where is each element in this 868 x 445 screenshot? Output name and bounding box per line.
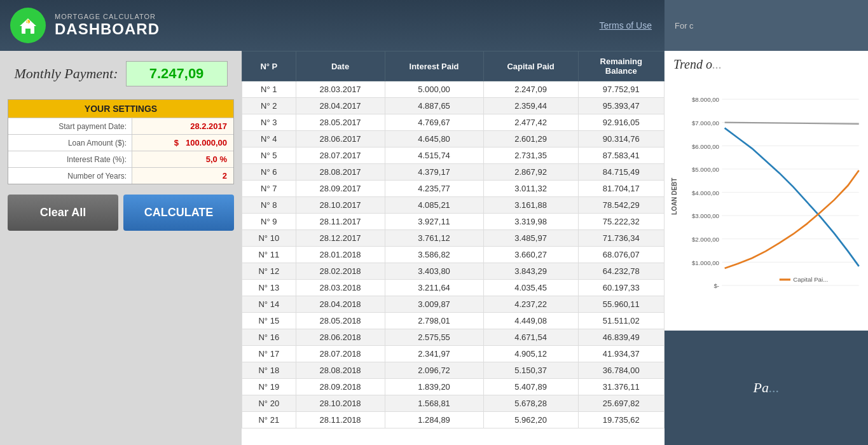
settings-row-2: Interest Rate (%): 5,0 %	[8, 151, 233, 167]
table-cell: 4.035,45	[483, 280, 578, 296]
table-cell: 28.08.2017	[296, 164, 385, 181]
table-cell: 5.150,37	[483, 362, 578, 379]
chart-area: Trend o... LOAN DEBT $8.000,00 $7.000,00…	[665, 51, 868, 445]
button-row: Clear All CALCULATE	[8, 195, 234, 231]
table-row: N° 1828.08.20182.096,725.150,3736.784,00	[242, 362, 665, 379]
table-cell: 28.04.2017	[296, 98, 385, 114]
table-cell: 3.761,12	[385, 230, 483, 247]
table-cell: 25.697,82	[578, 395, 664, 412]
table-cell: 2.477,42	[483, 114, 578, 131]
settings-value-3[interactable]: 2	[132, 168, 233, 184]
calculate-button[interactable]: CALCULATE	[123, 195, 234, 231]
settings-value-2[interactable]: 5,0 %	[132, 151, 233, 167]
table-cell: N° 4	[242, 131, 296, 147]
table-row: N° 828.10.20174.085,213.161,8878.542,29	[242, 197, 665, 214]
table-row: N° 1228.02.20183.403,803.843,2964.232,78	[242, 263, 665, 280]
chart-container: LOAN DEBT $8.000,00 $7.000,00 $6.000,00 …	[665, 74, 868, 322]
clear-all-button[interactable]: Clear All	[8, 195, 118, 231]
table-cell: 4.237,22	[483, 296, 578, 313]
settings-label-0: Start payment Date:	[8, 119, 132, 134]
settings-label-3: Number of Years:	[8, 168, 132, 184]
chart-top: Trend o... LOAN DEBT $8.000,00 $7.000,00…	[665, 51, 868, 331]
settings-row-0: Start payment Date: 28.2.2017	[8, 118, 233, 134]
table-header: N° P Date Interest Paid Capital Paid Rem…	[242, 51, 665, 81]
table-cell: 2.096,72	[385, 362, 483, 379]
table-cell: 3.843,29	[483, 263, 578, 280]
logo: $	[10, 8, 46, 43]
monthly-payment-value: 7.247,09	[126, 61, 228, 86]
table-cell: 81.704,17	[578, 181, 664, 197]
table-cell: 4.449,08	[483, 313, 578, 329]
amortization-table-area: N° P Date Interest Paid Capital Paid Rem…	[242, 51, 665, 445]
table-cell: 3.009,87	[385, 296, 483, 313]
table-cell: 3.660,27	[483, 247, 578, 263]
table-cell: 4.645,80	[385, 131, 483, 147]
table-cell: 28.05.2018	[296, 313, 385, 329]
table-row: N° 2128.11.20181.284,895.962,2019.735,62	[242, 412, 665, 428]
table-cell: N° 12	[242, 263, 296, 280]
table-cell: N° 7	[242, 181, 296, 197]
table-cell: 5.407,89	[483, 379, 578, 395]
chart-svg-area: $8.000,00 $7.000,00 $6.000,00 $5.000,00 …	[684, 77, 862, 316]
table-cell: 87.583,41	[578, 147, 664, 164]
table-cell: 31.376,11	[578, 379, 664, 395]
svg-text:$2.000,00: $2.000,00	[692, 236, 720, 243]
table-row: N° 1328.03.20183.211,644.035,4560.197,33	[242, 280, 665, 296]
table-cell: 64.232,78	[578, 263, 664, 280]
table-row: N° 1728.07.20182.341,974.905,1241.934,37	[242, 346, 665, 362]
chart-y-axis-label: LOAN DEBT	[671, 77, 684, 316]
table-cell: 2.575,55	[385, 329, 483, 346]
settings-value-1[interactable]: $ 100.000,00	[132, 135, 233, 151]
settings-row-1: Loan Amount ($): $ 100.000,00	[8, 134, 233, 151]
svg-text:$-: $-	[713, 282, 719, 289]
table-cell: 1.568,81	[385, 395, 483, 412]
table-cell: 28.04.2018	[296, 296, 385, 313]
table-cell: N° 14	[242, 296, 296, 313]
trend-chart-svg: $8.000,00 $7.000,00 $6.000,00 $5.000,00 …	[684, 77, 862, 316]
table-cell: 1.284,89	[385, 412, 483, 428]
left-panel: Monthly Payment: 7.247,09 YOUR SETTINGS …	[0, 51, 242, 445]
table-row: N° 1428.04.20183.009,874.237,2255.960,11	[242, 296, 665, 313]
table-cell: 28.09.2018	[296, 379, 385, 395]
table-cell: 60.197,33	[578, 280, 664, 296]
table-cell: 28.03.2018	[296, 280, 385, 296]
table-cell: 28.06.2017	[296, 131, 385, 147]
table-cell: 28.09.2017	[296, 181, 385, 197]
table-cell: 2.247,09	[483, 81, 578, 98]
table-cell: 2.359,44	[483, 98, 578, 114]
table-cell: N° 16	[242, 329, 296, 346]
table-cell: 28.10.2017	[296, 197, 385, 214]
table-cell: 55.960,11	[578, 296, 664, 313]
table-cell: 3.011,32	[483, 181, 578, 197]
table-cell: N° 13	[242, 280, 296, 296]
settings-value-0[interactable]: 28.2.2017	[132, 118, 233, 134]
svg-text:$1.000,00: $1.000,00	[692, 259, 720, 266]
table-cell: 84.715,49	[578, 164, 664, 181]
table-cell: 68.076,07	[578, 247, 664, 263]
table-row: N° 728.09.20174.235,773.011,3281.704,17	[242, 181, 665, 197]
table-cell: N° 21	[242, 412, 296, 428]
table-cell: 3.211,64	[385, 280, 483, 296]
table-cell: 4.887,65	[385, 98, 483, 114]
table-cell: 4.769,67	[385, 114, 483, 131]
svg-text:Capital Pai...: Capital Pai...	[793, 276, 828, 283]
col-header-capital: Capital Paid	[483, 51, 578, 81]
table-body: N° 128.03.20175.000,002.247,0997.752,91N…	[242, 81, 665, 428]
settings-title: YOUR SETTINGS	[8, 100, 233, 118]
table-row: N° 328.05.20174.769,672.477,4292.916,05	[242, 114, 665, 131]
table-cell: 5.000,00	[385, 81, 483, 98]
terms-of-use-link[interactable]: Terms of Use	[600, 20, 652, 31]
table-cell: N° 15	[242, 313, 296, 329]
col-header-np: N° P	[242, 51, 296, 81]
table-cell: 28.07.2018	[296, 346, 385, 362]
chart-bottom: Pa...	[665, 331, 868, 445]
settings-label-1: Loan Amount ($):	[8, 135, 132, 151]
svg-text:$7.000,00: $7.000,00	[692, 120, 720, 127]
table-cell: N° 10	[242, 230, 296, 247]
table-cell: 90.314,76	[578, 131, 664, 147]
header-text: MORTGAGE CALCULATOR DASHBOARD	[55, 13, 160, 38]
table-cell: 19.735,62	[578, 412, 664, 428]
table-row: N° 1928.09.20181.839,205.407,8931.376,11	[242, 379, 665, 395]
table-cell: 5.678,28	[483, 395, 578, 412]
table-cell: 3.586,82	[385, 247, 483, 263]
